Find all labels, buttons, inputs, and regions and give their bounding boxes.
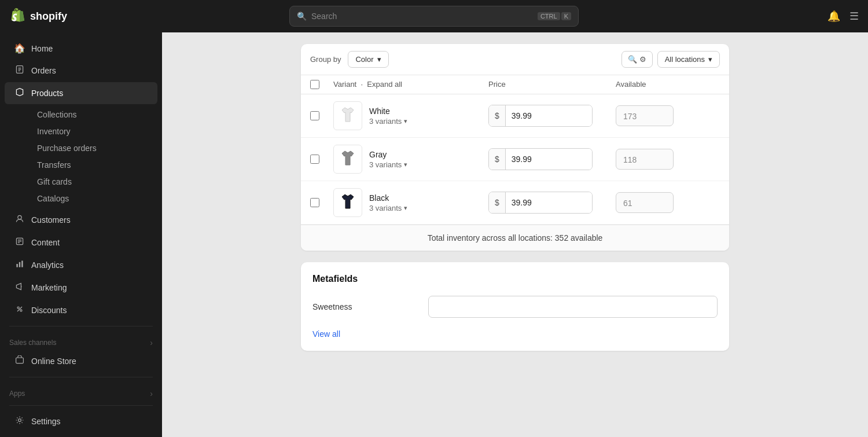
search-input[interactable] xyxy=(311,12,533,21)
table-row: Black 3 variants ▾ $ xyxy=(301,181,729,225)
shopify-logo-icon xyxy=(9,8,25,24)
table-header: Variant · Expand all Price Available xyxy=(301,75,729,94)
price-input-white[interactable] xyxy=(506,105,592,126)
available-value-black: 61 xyxy=(616,192,674,213)
svg-line-14 xyxy=(17,307,22,311)
sidebar: 🏠 Home Orders Products Collections Inven… xyxy=(0,32,162,437)
sidebar-item-orders[interactable]: Orders xyxy=(5,60,157,82)
variant-thumbnail-white xyxy=(333,101,362,130)
table-row: Gray 3 variants ▾ $ xyxy=(301,138,729,181)
sidebar-item-products-label: Products xyxy=(31,89,63,98)
variant-info-black: Black 3 variants ▾ xyxy=(333,188,488,217)
view-all-link[interactable]: View all xyxy=(312,329,340,339)
row-checkbox-black[interactable] xyxy=(310,198,319,207)
group-by-value: Color xyxy=(355,55,373,64)
search-bar: 🔍 CTRL K xyxy=(289,6,579,27)
menu-icon[interactable]: ☰ xyxy=(849,10,859,23)
sidebar-item-content[interactable]: Content xyxy=(5,232,157,254)
layout: 🏠 Home Orders Products Collections Inven… xyxy=(0,32,868,437)
apps-chevron-icon[interactable]: › xyxy=(150,389,153,398)
currency-symbol-white: $ xyxy=(489,105,506,126)
available-value-gray: 118 xyxy=(616,149,674,170)
main-content: Group by Color ▾ 🔍 ⚙ All locations ▾ xyxy=(162,32,868,437)
avail-cell-black: 61 xyxy=(616,192,720,213)
orders-icon xyxy=(14,65,25,76)
sidebar-item-marketing-label: Marketing xyxy=(31,283,67,292)
notification-bell-icon[interactable]: 🔔 xyxy=(827,10,840,23)
sidebar-item-online-store[interactable]: Online Store xyxy=(5,350,157,372)
row-checkbox-gray[interactable] xyxy=(310,155,319,164)
avail-cell-gray: 118 xyxy=(616,149,720,170)
sidebar-item-purchase-orders[interactable]: Purchase orders xyxy=(30,140,157,156)
price-input-wrap-white: $ xyxy=(488,105,593,127)
metafield-label-sweetness: Sweetness xyxy=(312,302,417,311)
location-label: All locations xyxy=(665,55,705,64)
price-cell-black: $ xyxy=(488,192,616,214)
variant-details-white: White 3 variants ▾ xyxy=(369,107,407,126)
available-value-white: 173 xyxy=(616,105,674,126)
location-dropdown[interactable]: All locations ▾ xyxy=(657,51,720,68)
kbd-ctrl: CTRL xyxy=(538,12,560,20)
group-by-dropdown[interactable]: Color ▾ xyxy=(348,51,388,68)
variant-sub-white[interactable]: 3 variants ▾ xyxy=(369,117,407,126)
home-icon: 🏠 xyxy=(14,43,25,54)
sales-channels-chevron-icon[interactable]: › xyxy=(150,338,153,347)
variant-name-gray: Gray xyxy=(369,150,407,159)
sidebar-item-collections[interactable]: Collections xyxy=(30,107,157,123)
currency-symbol-black: $ xyxy=(489,192,506,213)
variant-sub-black[interactable]: 3 variants ▾ xyxy=(369,204,407,212)
select-all-checkbox[interactable] xyxy=(310,80,319,89)
sidebar-item-customers[interactable]: Customers xyxy=(5,209,157,231)
online-store-icon xyxy=(14,355,25,367)
svg-point-12 xyxy=(17,307,19,309)
search-filter-btn[interactable]: 🔍 ⚙ xyxy=(621,51,653,68)
sidebar-item-gift-cards[interactable]: Gift cards xyxy=(30,174,157,190)
row-checkbox-white[interactable] xyxy=(310,111,319,120)
toolbar-right: 🔍 ⚙ All locations ▾ xyxy=(621,51,720,68)
sidebar-item-settings-label: Settings xyxy=(31,417,61,426)
svg-point-13 xyxy=(20,310,22,311)
variant-info-gray: Gray 3 variants ▾ xyxy=(333,145,488,174)
sidebar-item-content-label: Content xyxy=(31,238,60,247)
variant-name-white: White xyxy=(369,107,407,116)
variant-name-black: Black xyxy=(369,193,407,203)
sidebar-item-settings[interactable]: Settings xyxy=(5,410,157,432)
variant-thumbnail-black xyxy=(333,188,362,217)
content-area: Group by Color ▾ 🔍 ⚙ All locations ▾ xyxy=(289,32,741,362)
price-input-gray[interactable] xyxy=(506,149,592,170)
kbd-k: K xyxy=(561,12,571,20)
sidebar-item-home-label: Home xyxy=(31,44,53,53)
table-row: White 3 variants ▾ $ xyxy=(301,94,729,138)
sidebar-sub-products: Collections Inventory Purchase orders Tr… xyxy=(0,105,162,208)
group-by-chevron-icon: ▾ xyxy=(377,55,381,64)
variant-expand-icon-gray: ▾ xyxy=(404,161,407,168)
inventory-toolbar: Group by Color ▾ 🔍 ⚙ All locations ▾ xyxy=(301,44,729,75)
analytics-icon xyxy=(14,259,25,271)
svg-rect-11 xyxy=(21,260,23,267)
variant-sub-gray[interactable]: 3 variants ▾ xyxy=(369,160,407,169)
sidebar-item-transfers[interactable]: Transfers xyxy=(30,157,157,173)
search-small-icon: 🔍 xyxy=(628,55,637,64)
metafield-row-sweetness: Sweetness xyxy=(312,296,718,318)
sidebar-item-catalogs[interactable]: Catalogs xyxy=(30,190,157,207)
location-chevron-icon: ▾ xyxy=(708,55,712,64)
search-icon: 🔍 xyxy=(297,12,307,21)
group-by-label: Group by xyxy=(310,55,341,64)
sidebar-item-home[interactable]: 🏠 Home xyxy=(5,38,157,59)
header-checkbox-cell xyxy=(310,80,333,89)
sidebar-item-analytics[interactable]: Analytics xyxy=(5,254,157,276)
variant-expand-icon-black: ▾ xyxy=(404,204,407,212)
sidebar-item-products[interactable]: Products xyxy=(5,82,157,104)
metafield-input-sweetness[interactable] xyxy=(428,296,718,318)
expand-all-btn[interactable]: Expand all xyxy=(367,80,402,89)
price-cell-white: $ xyxy=(488,105,616,127)
sidebar-item-marketing[interactable]: Marketing xyxy=(5,277,157,299)
sidebar-item-discounts[interactable]: Discounts xyxy=(5,299,157,321)
filter-icon: ⚙ xyxy=(639,55,646,64)
row-checkbox-cell-black xyxy=(310,198,333,207)
svg-rect-9 xyxy=(16,264,17,267)
sidebar-item-online-store-label: Online Store xyxy=(31,357,76,366)
content-icon xyxy=(14,237,25,248)
price-input-black[interactable] xyxy=(506,192,592,213)
sidebar-item-inventory[interactable]: Inventory xyxy=(30,123,157,139)
